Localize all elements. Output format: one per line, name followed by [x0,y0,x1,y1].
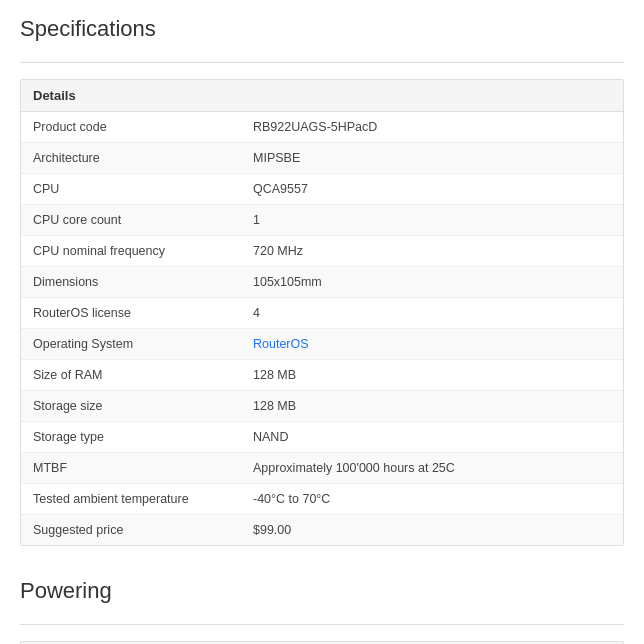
cell-label: Dimensions [21,267,241,297]
cell-label: Storage size [21,391,241,421]
table-row: Storage typeNAND [21,422,623,453]
table-row: CPU core count1 [21,205,623,236]
cell-value: 128 MB [241,360,623,390]
cell-label: Suggested price [21,515,241,545]
cell-label: Architecture [21,143,241,173]
cell-label: CPU nominal frequency [21,236,241,266]
cell-label: Operating System [21,329,241,359]
table-row: ArchitectureMIPSBE [21,143,623,174]
table-row: RouterOS license4 [21,298,623,329]
cell-value: $99.00 [241,515,623,545]
table-row: CPU nominal frequency720 MHz [21,236,623,267]
cell-label: CPU core count [21,205,241,235]
cell-label: CPU [21,174,241,204]
powering-divider [20,624,624,625]
table-row: Dimensions105x105mm [21,267,623,298]
powering-section: Powering Details Number of DC inputs2 (D… [20,578,624,644]
cell-value: 720 MHz [241,236,623,266]
cell-value: 1 [241,205,623,235]
specifications-table-header: Details [21,80,623,112]
table-row: Product codeRB922UAGS-5HPacD [21,112,623,143]
cell-value: QCA9557 [241,174,623,204]
cell-label: Storage type [21,422,241,452]
table-row: Storage size128 MB [21,391,623,422]
cell-value: -40°C to 70°C [241,484,623,514]
cell-value: 4 [241,298,623,328]
cell-label: RouterOS license [21,298,241,328]
cell-value: Approximately 100'000 hours at 25C [241,453,623,483]
specifications-divider [20,62,624,63]
specifications-section: Specifications Details Product codeRB922… [20,16,624,546]
specifications-table: Details Product codeRB922UAGS-5HPacDArch… [20,79,624,546]
specifications-rows: Product codeRB922UAGS-5HPacDArchitecture… [21,112,623,545]
cell-label: Product code [21,112,241,142]
cell-label: Size of RAM [21,360,241,390]
table-row: MTBFApproximately 100'000 hours at 25C [21,453,623,484]
cell-value: 128 MB [241,391,623,421]
cell-label: Tested ambient temperature [21,484,241,514]
table-row: CPUQCA9557 [21,174,623,205]
table-row: Size of RAM128 MB [21,360,623,391]
powering-title: Powering [20,578,624,612]
table-row: Tested ambient temperature-40°C to 70°C [21,484,623,515]
specifications-title: Specifications [20,16,624,50]
cell-label: MTBF [21,453,241,483]
table-row: Operating SystemRouterOS [21,329,623,360]
cell-value: MIPSBE [241,143,623,173]
cell-value: 105x105mm [241,267,623,297]
cell-value: RB922UAGS-5HPacD [241,112,623,142]
table-row: Suggested price$99.00 [21,515,623,545]
cell-value: NAND [241,422,623,452]
cell-value[interactable]: RouterOS [241,329,623,359]
